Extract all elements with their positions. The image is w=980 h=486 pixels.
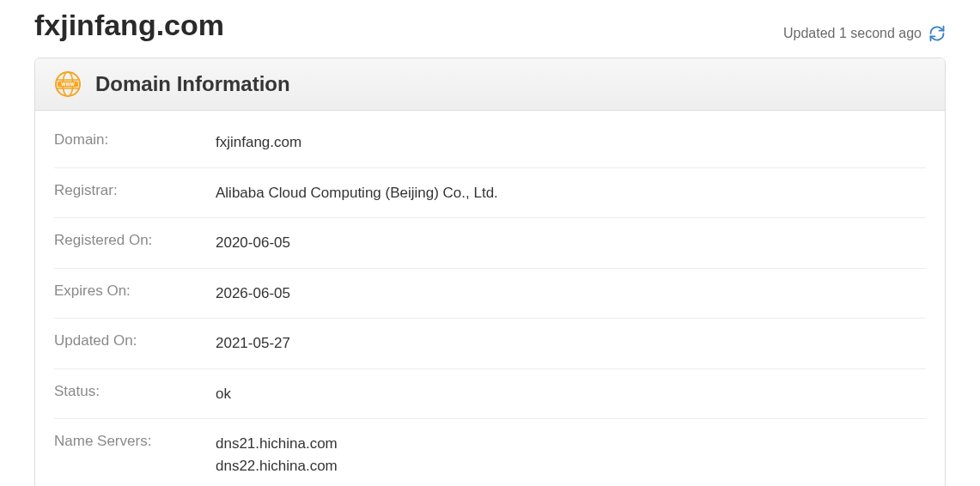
label-registered-on: Registered On: — [54, 232, 216, 254]
table-row: Registrar: Alibaba Cloud Computing (Beij… — [54, 168, 926, 219]
header-row: fxjinfang.com Updated 1 second ago — [34, 9, 946, 42]
domain-info-panel: WWW Domain Information Domain: fxjinfang… — [34, 58, 946, 486]
value-name-servers: dns21.hichina.com dns22.hichina.com — [216, 433, 338, 477]
page-title: fxjinfang.com — [34, 9, 224, 42]
info-table: Domain: fxjinfang.com Registrar: Alibaba… — [35, 111, 945, 486]
table-row: Name Servers: dns21.hichina.com dns22.hi… — [54, 419, 926, 486]
panel-title: Domain Information — [95, 72, 290, 96]
value-status: ok — [216, 383, 231, 405]
updated-text: Updated 1 second ago — [783, 26, 922, 41]
table-row: Domain: fxjinfang.com — [54, 118, 926, 168]
value-registrar: Alibaba Cloud Computing (Beijing) Co., L… — [216, 182, 498, 204]
label-domain: Domain: — [54, 131, 216, 154]
table-row: Status: ok — [54, 369, 926, 420]
value-updated-on: 2021-05-27 — [216, 332, 290, 355]
label-name-servers: Name Servers: — [54, 433, 216, 477]
panel-header: WWW Domain Information — [35, 58, 945, 111]
value-domain: fxjinfang.com — [216, 131, 301, 154]
updated-block: Updated 1 second ago — [783, 25, 946, 42]
www-icon: WWW — [54, 70, 82, 98]
refresh-icon[interactable] — [928, 25, 946, 42]
value-registered-on: 2020-06-05 — [216, 232, 290, 254]
label-updated-on: Updated On: — [54, 332, 216, 355]
label-expires-on: Expires On: — [54, 282, 216, 305]
table-row: Registered On: 2020-06-05 — [54, 218, 926, 269]
table-row: Expires On: 2026-06-05 — [54, 269, 926, 319]
label-registrar: Registrar: — [54, 182, 216, 204]
svg-text:WWW: WWW — [61, 82, 75, 87]
value-expires-on: 2026-06-05 — [216, 282, 290, 305]
label-status: Status: — [54, 383, 216, 405]
table-row: Updated On: 2021-05-27 — [54, 319, 926, 369]
